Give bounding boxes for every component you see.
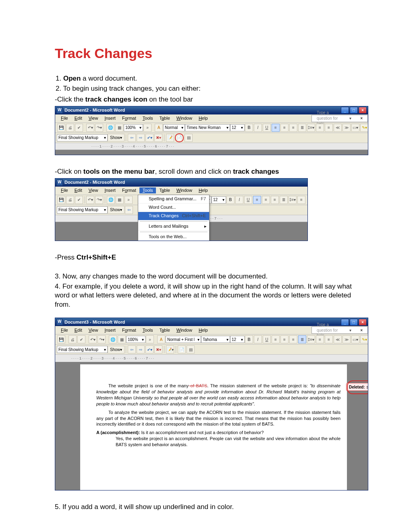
new-comment-button[interactable]: 📝: [166, 134, 174, 142]
accept-button[interactable]: ✔▾: [145, 134, 154, 142]
hyperlink-icon[interactable]: 🌐: [106, 124, 114, 132]
redo-icon[interactable]: ↷▾: [98, 335, 106, 343]
markup-view-dropdown[interactable]: Final Showing Markup▾: [57, 206, 108, 214]
numbering-button[interactable]: ≡: [316, 335, 324, 343]
hyperlink-icon[interactable]: 🌐: [107, 196, 115, 204]
align-left-button[interactable]: ≡: [272, 335, 280, 343]
spellcheck-icon[interactable]: ✔: [75, 124, 83, 132]
align-center-button[interactable]: ≡: [262, 196, 270, 204]
underline-button[interactable]: U: [263, 124, 271, 132]
menu-format[interactable]: Format: [119, 327, 139, 333]
redo-icon[interactable]: ↷▾: [95, 124, 103, 132]
tools-track-changes[interactable]: Track ChangesCtrl+Shift+E: [138, 212, 209, 220]
italic-button[interactable]: I: [235, 196, 243, 204]
next-change-button[interactable]: ⇨: [137, 134, 145, 142]
menu-file[interactable]: File: [58, 115, 71, 121]
undo-icon[interactable]: ↶▾: [86, 124, 94, 132]
font-size-dropdown[interactable]: 12▾: [212, 196, 226, 204]
menu-file[interactable]: File: [58, 327, 71, 333]
close-button[interactable]: ×: [359, 107, 367, 114]
align-right-button[interactable]: ≡: [271, 196, 279, 204]
next-change-button[interactable]: ⇨: [137, 345, 145, 353]
save-icon[interactable]: 💾: [57, 196, 65, 204]
show-dropdown[interactable]: Show ▾: [108, 134, 125, 141]
undo-icon[interactable]: ↶▾: [89, 335, 97, 343]
tables-icon[interactable]: ▦: [116, 196, 124, 204]
close-button[interactable]: ×: [359, 319, 367, 326]
menu-format[interactable]: Format: [119, 187, 139, 193]
style-icon[interactable]: A: [155, 124, 163, 132]
tools-spelling[interactable]: Spelling and Grammar...F7: [138, 195, 209, 204]
font-dropdown[interactable]: Times New Roman▾: [185, 124, 230, 131]
prev-change-button[interactable]: ⇦: [128, 345, 136, 353]
align-right-button[interactable]: ≡: [289, 124, 297, 132]
bullets-button[interactable]: ≡: [325, 335, 333, 343]
numbering-button[interactable]: ≡: [316, 124, 324, 132]
redo-icon[interactable]: ↷▾: [95, 196, 103, 204]
help-search[interactable]: Type a question for help▾×: [311, 115, 368, 122]
save-icon[interactable]: 💾: [57, 335, 65, 343]
menu-window[interactable]: Window: [173, 115, 195, 121]
menu-view[interactable]: View: [85, 327, 102, 333]
bold-button[interactable]: B: [226, 196, 235, 204]
menu-insert[interactable]: Insert: [101, 187, 119, 193]
menu-tools[interactable]: Tools: [139, 187, 156, 193]
justify-button[interactable]: ≣: [280, 196, 288, 204]
highlight-button[interactable]: ✎▾: [360, 124, 368, 132]
in-indent-button[interactable]: ≫: [342, 124, 351, 132]
align-right-button[interactable]: ≡: [289, 335, 297, 343]
menu-table[interactable]: Table: [156, 187, 173, 193]
track-changes-button[interactable]: 📄: [178, 345, 186, 353]
track-changes-button[interactable]: 📄: [175, 133, 184, 142]
in-indent-button[interactable]: ≫: [342, 335, 351, 343]
style-icon[interactable]: A: [157, 335, 165, 343]
style-dropdown[interactable]: Normal + First l▾: [166, 336, 201, 343]
menu-insert[interactable]: Insert: [101, 115, 119, 121]
border-button[interactable]: ▭▾: [351, 124, 359, 132]
maximize-button[interactable]: □: [350, 319, 358, 326]
highlight-button[interactable]: ✎▾: [360, 335, 368, 343]
more-icon[interactable]: »: [146, 335, 154, 343]
align-center-button[interactable]: ≡: [280, 124, 289, 132]
italic-button[interactable]: I: [254, 124, 262, 132]
print-icon[interactable]: 🖨: [66, 196, 74, 204]
menu-tools[interactable]: Tools: [139, 327, 156, 333]
reviewing-pane-button[interactable]: ▤: [185, 134, 193, 142]
maximize-button[interactable]: □: [350, 107, 358, 114]
out-indent-button[interactable]: ≪: [334, 335, 342, 343]
show-dropdown[interactable]: Show ▾: [108, 346, 125, 353]
reviewing-pane-button[interactable]: ▤: [187, 345, 195, 353]
new-comment-button[interactable]: 📝▾: [166, 345, 174, 353]
menu-edit[interactable]: Edit: [71, 115, 85, 121]
print-icon[interactable]: 🖨: [68, 335, 77, 343]
menu-help[interactable]: Help: [195, 115, 211, 121]
show-dropdown[interactable]: Show ▾: [108, 206, 125, 214]
reject-button[interactable]: ✖▾: [154, 345, 162, 353]
font-size-dropdown[interactable]: 12▾: [230, 336, 245, 343]
menu-table[interactable]: Table: [156, 327, 173, 333]
bold-button[interactable]: B: [245, 124, 253, 132]
save-icon[interactable]: 💾: [57, 124, 65, 132]
menu-file[interactable]: File: [58, 187, 71, 193]
prev-change-button[interactable]: ⇦: [125, 206, 133, 214]
justify-button[interactable]: ≣: [298, 335, 306, 343]
menu-table[interactable]: Table: [156, 115, 173, 121]
print-icon[interactable]: 🖨: [66, 124, 74, 132]
more-icon[interactable]: »: [125, 196, 133, 204]
spellcheck-icon[interactable]: ✔: [77, 335, 85, 343]
spellcheck-icon[interactable]: ✔: [75, 196, 83, 204]
menu-tools[interactable]: Tools: [139, 115, 156, 121]
line-spacing-button[interactable]: ‡≡▾: [307, 335, 315, 343]
line-spacing-button[interactable]: ‡≡▾: [307, 124, 315, 132]
tools-web[interactable]: Tools on the Web...: [138, 233, 209, 241]
align-left-button[interactable]: ≡: [272, 124, 280, 132]
tools-wordcount[interactable]: Word Count...: [138, 204, 209, 212]
border-button[interactable]: ▭▾: [351, 335, 359, 343]
menu-format[interactable]: Format: [119, 115, 139, 121]
menu-window[interactable]: Window: [173, 327, 195, 333]
bold-button[interactable]: B: [245, 335, 253, 343]
italic-button[interactable]: I: [254, 335, 262, 343]
zoom-dropdown[interactable]: 100%▾: [126, 336, 145, 343]
more-icon[interactable]: »: [143, 124, 152, 132]
accept-button[interactable]: ✔▾: [145, 345, 154, 353]
